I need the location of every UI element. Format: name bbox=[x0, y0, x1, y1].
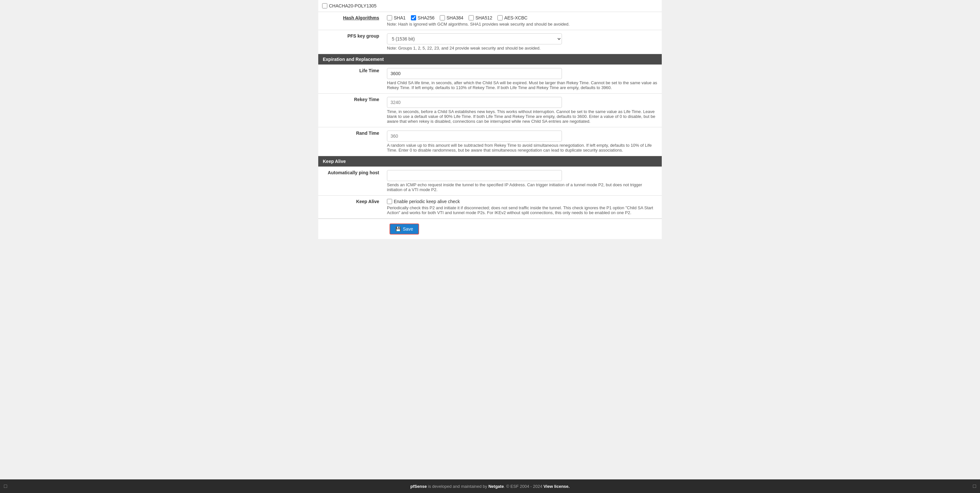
life-time-cell: Hard Child SA life time, in seconds, aft… bbox=[383, 65, 662, 94]
keep-alive-section-header-cell: Keep Alive bbox=[318, 156, 662, 167]
rekey-time-input[interactable] bbox=[387, 97, 562, 108]
rand-time-row: Rand Time A random value up to this amou… bbox=[318, 127, 662, 156]
footer-license-link[interactable]: View license. bbox=[544, 484, 570, 489]
chacha-checkbox-item[interactable]: CHACHA20-POLY1305 bbox=[322, 3, 658, 8]
rand-time-note: A random value up to this amount will be… bbox=[387, 143, 658, 152]
life-time-row: Life Time Hard Child SA life time, in se… bbox=[318, 65, 662, 94]
sha512-label: SHA512 bbox=[476, 15, 492, 21]
pfs-key-group-label: PFS key group bbox=[318, 30, 383, 54]
chacha-label: CHACHA20-POLY1305 bbox=[329, 3, 377, 8]
aes-xcbc-item[interactable]: AES-XCBC bbox=[498, 15, 528, 21]
save-section: 💾 Save bbox=[318, 219, 662, 239]
rand-time-cell: A random value up to this amount will be… bbox=[383, 127, 662, 156]
footer-left-icon: □ bbox=[4, 483, 7, 489]
hash-algorithms-row: Hash Algorithms SHA1 SHA256 bbox=[318, 12, 662, 30]
keep-alive-section-header: Keep Alive bbox=[318, 156, 662, 166]
hash-algorithms-note: Note: Hash is ignored with GCM algorithm… bbox=[387, 22, 658, 27]
rekey-time-cell: Time, in seconds, before a Child SA esta… bbox=[383, 94, 662, 127]
keep-alive-cell: Enable periodic keep alive check Periodi… bbox=[383, 196, 662, 219]
life-time-label: Life Time bbox=[318, 65, 383, 94]
chacha-checkbox[interactable] bbox=[322, 3, 327, 8]
keep-alive-section-header-row: Keep Alive bbox=[318, 156, 662, 167]
life-time-input[interactable] bbox=[387, 68, 562, 79]
keep-alive-label: Keep Alive bbox=[318, 196, 383, 219]
ping-host-input[interactable] bbox=[387, 170, 562, 181]
aes-xcbc-label: AES-XCBC bbox=[504, 15, 528, 21]
auto-ping-note: Sends an ICMP echo request inside the tu… bbox=[387, 182, 658, 192]
expiration-section-header-cell: Expiration and Replacement bbox=[318, 54, 662, 65]
sha1-label: SHA1 bbox=[394, 15, 406, 21]
pfs-note: Note: Groups 1, 2, 5, 22, 23, and 24 pro… bbox=[387, 46, 658, 51]
life-time-note: Hard Child SA life time, in seconds, aft… bbox=[387, 80, 658, 90]
keep-alive-note: Periodically check this P2 and initiate … bbox=[387, 205, 658, 215]
footer-netgate: Netgate bbox=[488, 484, 504, 489]
hash-algorithms-label: Hash Algorithms bbox=[318, 12, 383, 30]
footer-text: pfSense is developed and maintained by N… bbox=[7, 484, 973, 489]
keep-alive-row: Keep Alive Enable periodic keep alive ch… bbox=[318, 196, 662, 219]
keep-alive-checkbox-label: Enable periodic keep alive check bbox=[394, 199, 460, 204]
sha384-checkbox[interactable] bbox=[440, 15, 445, 21]
keep-alive-checkbox[interactable] bbox=[387, 199, 392, 204]
hash-algorithms-checkboxes: SHA1 SHA256 SHA384 SHA512 bbox=[387, 15, 658, 21]
save-button[interactable]: 💾 Save bbox=[390, 224, 419, 235]
hash-algorithms-cell: SHA1 SHA256 SHA384 SHA512 bbox=[383, 12, 662, 30]
sha256-item[interactable]: SHA256 bbox=[411, 15, 434, 21]
sha512-checkbox[interactable] bbox=[469, 15, 474, 21]
pfs-key-group-row: PFS key group 1 2 5 (1536 bit) 14 15 16 … bbox=[318, 30, 662, 54]
save-icon: 💾 bbox=[395, 227, 401, 231]
expiration-section-header: Expiration and Replacement bbox=[318, 54, 662, 65]
pfs-key-group-select[interactable]: 1 2 5 (1536 bit) 14 15 16 17 18 19 20 21… bbox=[387, 33, 562, 44]
rekey-time-label: Rekey Time bbox=[318, 94, 383, 127]
sha384-label: SHA384 bbox=[447, 15, 463, 21]
footer: □ pfSense is developed and maintained by… bbox=[0, 479, 980, 493]
sha1-item[interactable]: SHA1 bbox=[387, 15, 406, 21]
auto-ping-row: Automatically ping host Sends an ICMP ec… bbox=[318, 167, 662, 196]
footer-pfsense: pfSense is developed and maintained by N… bbox=[410, 484, 544, 489]
sha256-checkbox[interactable] bbox=[411, 15, 416, 21]
rekey-time-row: Rekey Time Time, in seconds, before a Ch… bbox=[318, 94, 662, 127]
footer-right-icon: □ bbox=[973, 483, 976, 489]
pfs-key-group-cell: 1 2 5 (1536 bit) 14 15 16 17 18 19 20 21… bbox=[383, 30, 662, 54]
rekey-time-note: Time, in seconds, before a Child SA esta… bbox=[387, 109, 658, 124]
chacha-row: CHACHA20-POLY1305 bbox=[318, 0, 662, 12]
sha384-item[interactable]: SHA384 bbox=[440, 15, 463, 21]
sha1-checkbox[interactable] bbox=[387, 15, 392, 21]
sha256-label: SHA256 bbox=[418, 15, 434, 21]
sha512-item[interactable]: SHA512 bbox=[469, 15, 492, 21]
auto-ping-cell: Sends an ICMP echo request inside the tu… bbox=[383, 167, 662, 196]
auto-ping-label: Automatically ping host bbox=[318, 167, 383, 196]
rand-time-label: Rand Time bbox=[318, 127, 383, 156]
save-button-label: Save bbox=[403, 227, 413, 231]
expiration-section-header-row: Expiration and Replacement bbox=[318, 54, 662, 65]
aes-xcbc-checkbox[interactable] bbox=[498, 15, 503, 21]
keep-alive-checkbox-item[interactable]: Enable periodic keep alive check bbox=[387, 199, 658, 204]
rand-time-input[interactable] bbox=[387, 130, 562, 141]
